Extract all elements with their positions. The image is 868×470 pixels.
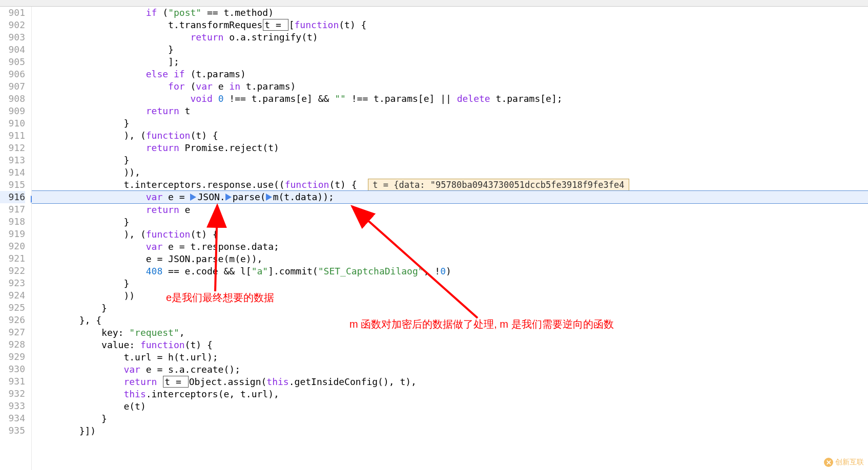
step-marker-icon	[225, 194, 232, 201]
line-number: 923	[0, 277, 25, 289]
line-number: 915	[0, 179, 25, 191]
code-line[interactable]: return e	[32, 204, 868, 216]
code-line[interactable]: )),	[32, 166, 868, 179]
watermark: ✕ 创新互联	[824, 458, 864, 467]
code-line[interactable]: 408 == e.code && l["a"].commit("SET_Capt…	[32, 265, 868, 277]
code-line[interactable]: ), (function(t) {	[32, 130, 868, 142]
line-number: 933	[0, 400, 25, 412]
line-number: 935	[0, 424, 25, 437]
line-number: 907	[0, 80, 25, 93]
line-number: 912	[0, 142, 25, 154]
line-number: 901	[0, 7, 25, 19]
code-line[interactable]: for (var e in t.params)	[32, 80, 868, 93]
line-number: 906	[0, 68, 25, 80]
code-line[interactable]: e = JSON.parse(m(e)),	[32, 253, 868, 265]
code-line[interactable]: t.url = h(t.url);	[32, 351, 868, 364]
top-toolbar	[0, 0, 868, 7]
code-line[interactable]: key: "request",	[32, 327, 868, 339]
line-number: 914	[0, 166, 25, 179]
line-number: 929	[0, 351, 25, 363]
code-line[interactable]: return o.a.stringify(t)	[32, 31, 868, 44]
line-number: 904	[0, 44, 25, 56]
line-number: 909	[0, 105, 25, 117]
code-line[interactable]: }	[32, 413, 868, 425]
line-number-gutter: 901 902 903 904 905 906 907 908 909 910 …	[0, 7, 32, 470]
code-line-current[interactable]: var e = JSON.parse(m(t.data));	[32, 190, 868, 204]
watermark-text: 创新互联	[835, 458, 864, 467]
code-line[interactable]: this.interceptors(e, t.url),	[32, 388, 868, 400]
line-number: 902	[0, 19, 25, 31]
line-number: 922	[0, 265, 25, 277]
watermark-icon: ✕	[824, 458, 833, 467]
code-line[interactable]: e(t)	[32, 400, 868, 413]
code-editor[interactable]: 901 902 903 904 905 906 907 908 909 910 …	[0, 7, 868, 470]
code-line[interactable]: value: function(t) {	[32, 339, 868, 351]
code-line[interactable]: ];	[32, 56, 868, 68]
code-line[interactable]: return t = Object.assign(this.getInsideC…	[32, 376, 868, 388]
line-number: 910	[0, 117, 25, 130]
debug-value-tooltip: t = {data: "95780ba0943730051dccb5fe3918…	[368, 179, 629, 191]
code-line[interactable]: void 0 !== t.params[e] && "" !== t.param…	[32, 93, 868, 105]
line-number: 917	[0, 203, 25, 216]
code-line[interactable]: }	[32, 277, 868, 290]
line-number: 903	[0, 31, 25, 44]
line-number: 927	[0, 326, 25, 338]
line-number: 926	[0, 314, 25, 326]
code-content[interactable]: if ("post" == t.method) t.transformReque…	[32, 7, 868, 470]
code-line[interactable]: else if (t.params)	[32, 68, 868, 80]
code-line[interactable]: }	[32, 154, 868, 166]
line-number: 911	[0, 130, 25, 142]
line-number: 928	[0, 338, 25, 351]
step-marker-icon	[266, 194, 272, 201]
line-number: 932	[0, 388, 25, 400]
code-line[interactable]: ))	[32, 290, 868, 302]
line-number: 924	[0, 289, 25, 302]
code-line[interactable]: }	[32, 302, 868, 314]
code-line[interactable]: }])	[32, 425, 868, 437]
code-line[interactable]: }	[32, 216, 868, 228]
code-line[interactable]: }	[32, 117, 868, 130]
code-line[interactable]: var e = t.response.data;	[32, 241, 868, 253]
code-line[interactable]: }, {	[32, 314, 868, 327]
line-number: 919	[0, 228, 25, 240]
code-line[interactable]: }	[32, 44, 868, 56]
line-number-current: 916	[0, 191, 25, 203]
line-number: 931	[0, 375, 25, 388]
line-number: 918	[0, 216, 25, 228]
line-number: 908	[0, 93, 25, 105]
line-number: 913	[0, 154, 25, 166]
line-number: 921	[0, 252, 25, 265]
code-line[interactable]: var e = s.a.create();	[32, 364, 868, 376]
line-number: 934	[0, 412, 25, 424]
code-line[interactable]: t.interceptors.response.use((function(t)…	[32, 179, 868, 191]
line-number: 905	[0, 56, 25, 68]
line-number: 925	[0, 302, 25, 314]
code-line[interactable]: return t	[32, 105, 868, 117]
line-number: 930	[0, 363, 25, 375]
code-line[interactable]: return Promise.reject(t)	[32, 142, 868, 154]
line-number: 920	[0, 240, 25, 252]
code-line[interactable]: t.transformRequest = [function(t) {	[32, 19, 868, 31]
code-line[interactable]: ), (function(t) {	[32, 228, 868, 241]
code-line[interactable]: if ("post" == t.method)	[32, 7, 868, 19]
step-marker-icon	[190, 194, 196, 201]
